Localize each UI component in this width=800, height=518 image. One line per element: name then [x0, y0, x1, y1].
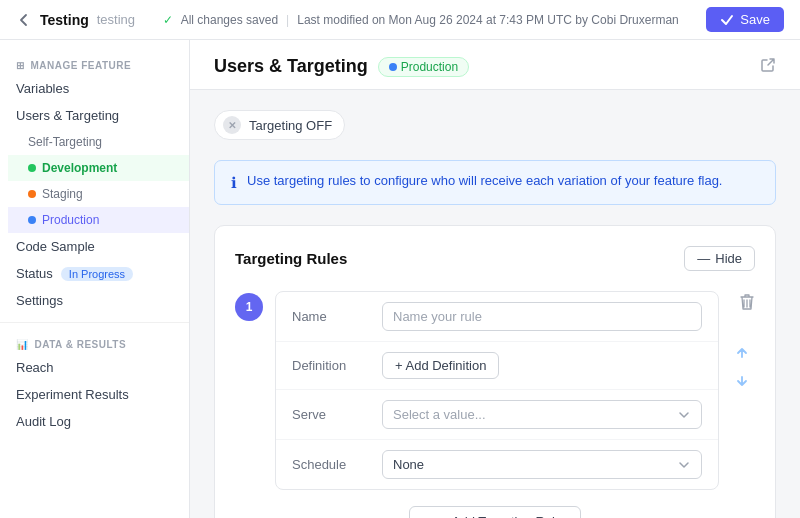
app-title: Testing: [40, 12, 89, 28]
sidebar-item-self-targeting[interactable]: Self-Targeting: [8, 129, 189, 155]
hide-button[interactable]: — Hide: [684, 246, 755, 271]
app-subtitle: testing: [97, 12, 135, 27]
status-badge: In Progress: [61, 267, 133, 281]
topbar-left: Testing testing: [16, 12, 135, 28]
staging-dot: [28, 190, 36, 198]
schedule-select[interactable]: None: [382, 450, 702, 479]
link-icon[interactable]: [760, 57, 776, 76]
add-targeting-rule-button[interactable]: + + Add Targeting Rule: [409, 506, 581, 518]
add-rule-row: + + Add Targeting Rule: [235, 506, 755, 518]
rule-number: 1: [235, 293, 263, 321]
manage-feature-icon: ⊞: [16, 60, 25, 71]
sidebar-item-status[interactable]: Status In Progress: [0, 260, 189, 287]
page-title: Users & Targeting: [214, 56, 368, 77]
add-definition-button[interactable]: + Add Definition: [382, 352, 499, 379]
move-down-button[interactable]: [734, 373, 750, 393]
sidebar-sub-targeting: Self-Targeting Development Staging Produ…: [0, 129, 189, 233]
info-icon: ℹ: [231, 174, 237, 192]
rules-title: Targeting Rules: [235, 250, 347, 267]
rule-name-row: Name: [276, 292, 718, 342]
serve-chevron-icon: [677, 408, 691, 422]
schedule-label: Schedule: [292, 457, 382, 472]
targeting-off-label: Targeting OFF: [249, 118, 332, 133]
separator: |: [286, 13, 289, 27]
check-icon: ✓: [163, 13, 173, 27]
add-rule-plus: +: [428, 514, 436, 518]
dev-dot: [28, 164, 36, 172]
sidebar-item-settings[interactable]: Settings: [0, 287, 189, 314]
schedule-chevron-icon: [677, 458, 691, 472]
main-content: Users & Targeting Production ✕ Targeting…: [190, 40, 800, 518]
name-label: Name: [292, 309, 382, 324]
serve-select[interactable]: Select a value...: [382, 400, 702, 429]
rule-actions: [729, 291, 755, 393]
info-banner: ℹ Use targeting rules to configure who w…: [214, 160, 776, 205]
env-badge-dot: [389, 63, 397, 71]
sidebar-item-variables[interactable]: Variables: [0, 75, 189, 102]
reorder-buttons: [734, 345, 750, 393]
back-button[interactable]: [16, 12, 32, 28]
sidebar-item-users-targeting[interactable]: Users & Targeting: [0, 102, 189, 129]
targeting-toggle-row: ✕ Targeting OFF: [214, 110, 776, 140]
add-rule-label: + Add Targeting Rule: [441, 514, 562, 518]
sidebar-item-production[interactable]: Production: [8, 207, 189, 233]
sidebar-item-reach[interactable]: Reach: [0, 354, 189, 381]
modified-text: Last modified on Mon Aug 26 2024 at 7:43…: [297, 13, 679, 27]
layout: ⊞ Manage Feature Variables Users & Targe…: [0, 40, 800, 518]
sidebar-item-experiment-results[interactable]: Experiment Results: [0, 381, 189, 408]
save-status: All changes saved: [181, 13, 278, 27]
rules-card-header: Targeting Rules — Hide: [235, 246, 755, 271]
env-badge: Production: [378, 57, 469, 77]
rule-definition-row: Definition + Add Definition: [276, 342, 718, 390]
serve-label: Serve: [292, 407, 382, 422]
rules-card: Targeting Rules — Hide 1 Name: [214, 225, 776, 518]
data-results-section: 📊 Data & Results: [0, 331, 189, 354]
sidebar-item-staging[interactable]: Staging: [8, 181, 189, 207]
content-area: ✕ Targeting OFF ℹ Use targeting rules to…: [190, 90, 800, 518]
move-up-button[interactable]: [734, 345, 750, 365]
rule-serve-row: Serve Select a value...: [276, 390, 718, 440]
info-text: Use targeting rules to configure who wil…: [247, 173, 722, 188]
sidebar-item-code-sample[interactable]: Code Sample: [0, 233, 189, 260]
production-dot: [28, 216, 36, 224]
topbar-center: ✓ All changes saved | Last modified on M…: [163, 13, 679, 27]
rule-container: 1 Name Definition + Add Definition: [235, 291, 755, 490]
definition-label: Definition: [292, 358, 382, 373]
rule-fields: Name Definition + Add Definition: [275, 291, 719, 490]
rule-schedule-row: Schedule None: [276, 440, 718, 489]
main-header: Users & Targeting Production: [190, 40, 800, 90]
sidebar: ⊞ Manage Feature Variables Users & Targe…: [0, 40, 190, 518]
manage-feature-section: ⊞ Manage Feature: [0, 52, 189, 75]
sidebar-item-development[interactable]: Development: [8, 155, 189, 181]
targeting-toggle[interactable]: ✕ Targeting OFF: [214, 110, 345, 140]
sidebar-item-audit-log[interactable]: Audit Log: [0, 408, 189, 435]
toggle-off-icon: ✕: [223, 116, 241, 134]
topbar: Testing testing ✓ All changes saved | La…: [0, 0, 800, 40]
data-results-icon: 📊: [16, 339, 29, 350]
sidebar-divider: [0, 322, 189, 323]
save-button[interactable]: Save: [706, 7, 784, 32]
main-header-left: Users & Targeting Production: [214, 56, 469, 77]
delete-rule-button[interactable]: [739, 293, 755, 315]
name-input[interactable]: [382, 302, 702, 331]
